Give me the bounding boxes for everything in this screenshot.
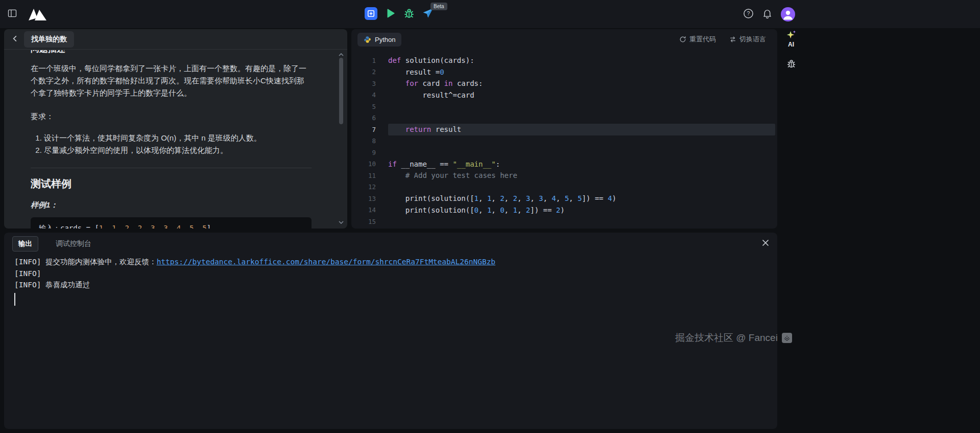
code-token: if <box>388 160 397 168</box>
back-button[interactable] <box>11 35 19 44</box>
code-token <box>388 125 405 133</box>
bug-icon <box>403 7 415 21</box>
language-label: Python <box>375 36 395 43</box>
code-line-13[interactable]: 13 print(solution([1, 1, 2, 2, 3, 3, 4, … <box>351 193 777 204</box>
code-token: , <box>129 224 138 229</box>
help-button[interactable]: ? <box>743 8 754 20</box>
ai-label: AI <box>788 41 794 48</box>
line-number: 7 <box>351 126 376 133</box>
code-line-3[interactable]: 3 for card in cards: <box>351 78 777 89</box>
console-line: [INFO] <box>14 268 767 280</box>
code-line-7[interactable]: 7 return result <box>351 124 777 135</box>
code-line-15[interactable]: 15 <box>351 216 777 227</box>
code-line-6[interactable]: 6 <box>351 112 777 124</box>
code-line-5[interactable]: 5 <box>351 101 777 112</box>
line-number: 15 <box>351 218 376 225</box>
code-line-12[interactable]: 12 <box>351 181 777 193</box>
code-token: 4 <box>177 224 181 229</box>
code-line-8[interactable]: 8 <box>351 135 777 147</box>
code-token: 5 <box>578 194 582 202</box>
requirement-item: 设计一个算法，使其时间复杂度为 O(n)，其中 n 是班级的人数。 <box>44 132 312 144</box>
user-icon <box>781 7 795 21</box>
line-number: 5 <box>351 103 376 110</box>
console-header: 输出调试控制台 <box>4 233 777 255</box>
problem-title[interactable]: 找单独的数 <box>24 31 74 48</box>
code-token: , <box>517 194 526 202</box>
run-tests-button[interactable] <box>403 7 415 21</box>
code-token: 5 <box>565 194 569 202</box>
code-line-9[interactable]: 9 <box>351 147 777 158</box>
code-token: 1 <box>513 206 517 214</box>
code-text: print(solution([1, 1, 2, 2, 3, 3, 4, 5, … <box>388 193 775 204</box>
problem-content[interactable]: 问题描述 在一个班级中，每位同学都拿到了一张卡片，上面有一个整数。有趣的是，除了… <box>31 50 312 229</box>
marscode-logo-icon[interactable] <box>28 7 48 21</box>
code-line-10[interactable]: 10if __name__ == "__main__": <box>351 158 777 170</box>
console-cursor <box>14 293 15 306</box>
code-text: print(solution([0, 1, 0, 1, 2]) == 2) <box>388 204 775 216</box>
code-token: 4 <box>608 194 612 202</box>
code-text: result =0 <box>388 66 775 78</box>
reset-code-button[interactable]: 重置代码 <box>679 35 716 44</box>
code-token: cards: <box>452 79 483 87</box>
code-token: ]) == <box>530 206 556 214</box>
scroll-up-icon[interactable] <box>338 53 344 57</box>
notifications-button[interactable] <box>762 8 773 20</box>
code-token: , <box>181 224 189 229</box>
switch-language-button[interactable]: 切换语言 <box>729 35 766 44</box>
code-token: result^=card <box>388 91 474 99</box>
code-text: result^=card <box>388 89 775 101</box>
log-level-prefix: [INFO] <box>14 281 41 289</box>
code-token: def <box>388 56 401 64</box>
code-token: , <box>116 224 125 229</box>
code-text <box>388 181 775 193</box>
juejin-logo-icon <box>782 333 792 343</box>
sparkle-icon <box>785 29 797 40</box>
code-token: 2 <box>500 194 504 202</box>
refresh-icon <box>679 36 686 43</box>
console-tab-output[interactable]: 输出 <box>12 236 38 252</box>
code-token: 0 <box>474 206 479 214</box>
console-tab-debug-console[interactable]: 调试控制台 <box>50 236 98 252</box>
code-line-1[interactable]: 1def solution(cards): <box>351 55 777 66</box>
code-token: , <box>142 224 151 229</box>
language-selector[interactable]: Python <box>357 33 401 47</box>
console-close-button[interactable] <box>762 239 769 248</box>
line-number: 1 <box>351 57 376 64</box>
code-line-11[interactable]: 11 # Add your test cases here <box>351 170 777 181</box>
code-token: 2 <box>125 224 129 229</box>
help-icon: ? <box>743 8 754 20</box>
code-token: 2 <box>556 206 560 214</box>
topbar: Beta ? <box>0 0 980 28</box>
code-text: return result <box>388 124 775 135</box>
code-token <box>388 79 405 87</box>
code-token: ) <box>560 206 564 214</box>
line-number: 9 <box>351 149 376 156</box>
code-token: 2 <box>138 224 142 229</box>
svg-text:?: ? <box>747 10 750 16</box>
user-avatar[interactable] <box>781 7 795 21</box>
code-line-4[interactable]: 4 result^=card <box>351 89 777 101</box>
ai-assistant-button[interactable]: AI <box>785 29 797 48</box>
code-line-14[interactable]: 14 print(solution([0, 1, 0, 1, 2]) == 2) <box>351 204 777 216</box>
debug-panel-button[interactable] <box>786 58 797 71</box>
code-token: 1 <box>487 206 491 214</box>
code-lines[interactable]: 1def solution(cards):2 result =03 for ca… <box>351 50 777 229</box>
problem-scrollbar[interactable] <box>339 58 343 124</box>
code-token: , <box>505 194 513 202</box>
log-level-prefix: [INFO] <box>14 258 41 266</box>
code-line-2[interactable]: 2 result =0 <box>351 66 777 78</box>
console-lines[interactable]: [INFO] 提交功能内测体验中，欢迎反馈：https://bytedance.… <box>14 256 767 306</box>
line-number: 10 <box>351 160 376 168</box>
code-token: 3 <box>163 224 168 229</box>
right-toolbar: AI <box>781 29 801 71</box>
line-number: 13 <box>351 195 376 202</box>
feedback-link[interactable]: https://bytedance.larkoffice.com/share/b… <box>157 258 495 266</box>
scroll-down-icon[interactable] <box>338 220 344 224</box>
insert-button[interactable] <box>365 7 377 21</box>
code-token: ]) == <box>582 194 608 202</box>
code-token: ] <box>207 224 211 229</box>
sidebar-toggle-button[interactable] <box>7 8 17 20</box>
code-token: , <box>155 224 163 229</box>
code-token: 1 <box>474 194 479 202</box>
run-button[interactable] <box>384 7 396 21</box>
